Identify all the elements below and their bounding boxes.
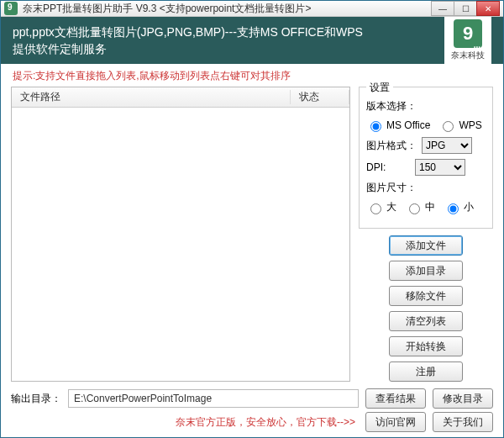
dpi-label: DPI: (366, 161, 410, 173)
minimize-button[interactable]: — (431, 1, 454, 16)
brand-name: 奈末科技 (451, 50, 485, 61)
clear-list-button[interactable]: 清空列表 (389, 311, 463, 331)
version-wps-radio[interactable]: WPS (438, 119, 481, 132)
logo-9-icon: 9 (454, 19, 482, 48)
view-result-button[interactable]: 查看结果 (365, 388, 426, 409)
file-table[interactable]: 文件路径 状态 (11, 87, 350, 382)
close-button[interactable]: ✕ (476, 1, 500, 16)
banner-text: ppt,pptx文档批量转图片(JPG,PNG,BMP)---支持MS OFFI… (13, 24, 363, 57)
table-header: 文件路径 状态 (12, 87, 349, 108)
table-body[interactable] (12, 108, 349, 381)
dpi-select[interactable]: 150 (415, 159, 465, 176)
format-row: 图片格式： JPG (366, 137, 486, 154)
about-us-button[interactable]: 关于我们 (433, 412, 493, 432)
side-panel: 设置 版本选择： MS Office WPS 图片格式： JPG (359, 87, 493, 382)
add-file-button[interactable]: 添加文件 (389, 235, 463, 256)
size-row: 图片尺寸： (366, 181, 486, 195)
banner: ppt,pptx文档批量转图片(JPG,PNG,BMP)---支持MS OFFI… (1, 17, 503, 64)
size-large-radio[interactable]: 大 (366, 200, 396, 214)
format-select[interactable]: JPG (422, 137, 472, 154)
format-label: 图片格式： (366, 139, 417, 153)
maximize-button[interactable]: ☐ (454, 1, 477, 16)
settings-legend: 设置 (366, 81, 393, 95)
app-icon (4, 2, 18, 15)
version-msoffice-radio[interactable]: MS Office (366, 119, 430, 132)
output-footer: 输出目录： E:\ConvertPowerPointToImage 查看结果 修… (1, 385, 503, 410)
start-convert-button[interactable]: 开始转换 (389, 336, 463, 356)
bottom-footer: 奈末官方正版，安全放心，官方下载-->> 访问官网 关于我们 (1, 410, 503, 438)
add-dir-button[interactable]: 添加目录 (389, 261, 463, 281)
settings-group: 设置 版本选择： MS Office WPS 图片格式： JPG (359, 87, 493, 229)
output-label: 输出目录： (11, 392, 61, 406)
app-window: 奈末PPT批量转图片助手 V9.3 <支持powerpoint文档批量转图片> … (0, 0, 504, 438)
version-radios: MS Office WPS (366, 119, 486, 132)
banner-line1: ppt,pptx文档批量转图片(JPG,PNG,BMP)---支持MS OFFI… (13, 24, 363, 40)
action-buttons: 添加文件 添加目录 移除文件 清空列表 开始转换 注册 (359, 235, 493, 382)
dpi-row: DPI: 150 (366, 159, 486, 176)
size-radios: 大 中 小 (366, 200, 486, 214)
titlebar: 奈末PPT批量转图片助手 V9.3 <支持powerpoint文档批量转图片> … (1, 1, 503, 17)
size-medium-radio[interactable]: 中 (405, 200, 435, 214)
size-small-radio[interactable]: 小 (444, 200, 474, 214)
size-label: 图片尺寸： (366, 181, 417, 195)
visit-site-button[interactable]: 访问官网 (365, 412, 426, 432)
remove-file-button[interactable]: 移除文件 (389, 286, 463, 306)
output-path[interactable]: E:\ConvertPowerPointToImage (68, 389, 359, 408)
version-label: 版本选择： (366, 99, 417, 113)
version-row: 版本选择： (366, 99, 486, 113)
window-controls: — ☐ ✕ (432, 1, 500, 16)
register-button[interactable]: 注册 (389, 361, 463, 382)
window-title: 奈末PPT批量转图片助手 V9.3 <支持powerpoint文档批量转图片> (23, 2, 432, 16)
column-path[interactable]: 文件路径 (12, 90, 291, 104)
promo-text: 奈末官方正版，安全放心，官方下载-->> (176, 415, 355, 430)
hint-text: 提示:支持文件直接拖入列表,鼠标移动到列表点右键可对其排序 (1, 64, 503, 87)
banner-line2: 提供软件定制服务 (13, 40, 363, 57)
content-area: 文件路径 状态 设置 版本选择： MS Office WPS 图片格式： (1, 87, 503, 385)
column-status[interactable]: 状态 (291, 90, 349, 104)
brand-logo: 9 奈末科技 (444, 17, 491, 64)
change-dir-button[interactable]: 修改目录 (433, 388, 493, 409)
